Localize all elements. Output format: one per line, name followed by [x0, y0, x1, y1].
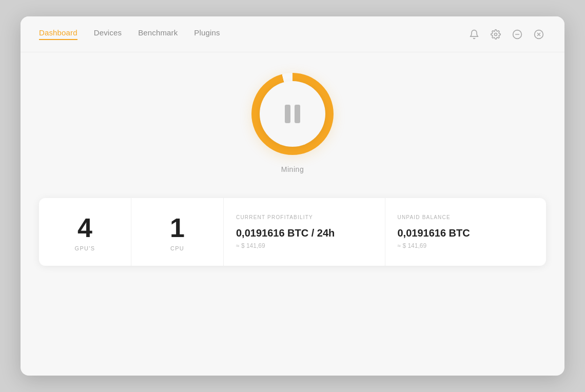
stat-card-balance: UNPAID BALANCE 0,0191616 BTC ≈ $ 141,69 [385, 198, 547, 266]
cpu-label: CPU [170, 245, 184, 251]
stat-card-gpu: 4 GPU'S [39, 198, 131, 266]
profitability-value: 0,0191616 BTC / 24h [236, 227, 335, 239]
pause-bar-left [285, 105, 290, 123]
stat-card-cpu: 1 CPU [131, 198, 224, 266]
balance-approx: ≈ $ 141,69 [398, 242, 427, 249]
pause-bar-right [295, 105, 300, 123]
close-icon[interactable] [532, 27, 546, 42]
stats-row: 4 GPU'S 1 CPU CURRENT PROFITABILITY 0,01… [39, 198, 546, 266]
main-content: Mining 4 GPU'S 1 CPU CURRENT PROFITABILI… [21, 52, 564, 376]
header-icons [467, 27, 546, 42]
mining-label: Mining [281, 165, 304, 173]
mining-toggle-button[interactable] [251, 73, 334, 155]
stat-card-profitability: CURRENT PROFITABILITY 0,0191616 BTC / 24… [224, 198, 385, 266]
minimize-icon[interactable] [510, 27, 524, 42]
mining-btn-inner [260, 81, 325, 147]
tab-benchmark[interactable]: Benchmark [138, 28, 178, 40]
pause-icon [285, 105, 300, 123]
tab-plugins[interactable]: Plugins [194, 28, 220, 40]
tab-devices[interactable]: Devices [94, 28, 122, 40]
nav-tabs: Dashboard Devices Benchmark Plugins [39, 28, 220, 40]
tab-dashboard[interactable]: Dashboard [39, 28, 77, 40]
bell-icon[interactable] [467, 27, 481, 42]
balance-value: 0,0191616 BTC [398, 227, 470, 239]
svg-point-0 [495, 33, 497, 35]
profitability-section-label: CURRENT PROFITABILITY [236, 214, 313, 220]
gpu-count: 4 [77, 214, 92, 241]
gpu-label: GPU'S [75, 245, 95, 251]
profitability-approx: ≈ $ 141,69 [236, 242, 265, 249]
cpu-count: 1 [170, 214, 185, 241]
balance-section-label: UNPAID BALANCE [398, 214, 451, 220]
header: Dashboard Devices Benchmark Plugins [21, 16, 564, 52]
gear-icon[interactable] [489, 27, 503, 42]
mining-section: Mining [251, 73, 334, 173]
app-window: Dashboard Devices Benchmark Plugins [21, 16, 564, 376]
